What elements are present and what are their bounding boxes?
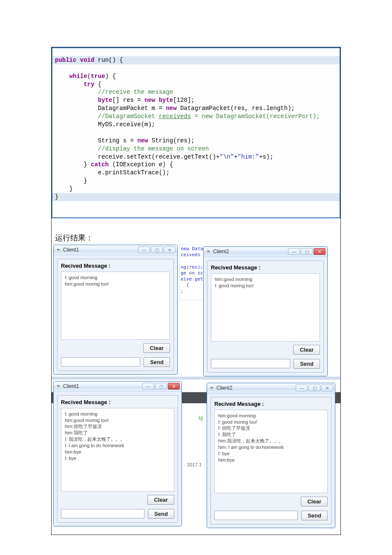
- send-input[interactable]: [61, 357, 140, 367]
- window-body: Recived Message : him:good morning I: go…: [204, 257, 327, 376]
- minimize-button[interactable]: —: [288, 248, 300, 255]
- maximize-button[interactable]: ▢: [151, 246, 163, 253]
- code-text: }: [84, 161, 91, 168]
- message-panel: Recived Message : him:good morning I: go…: [210, 397, 331, 524]
- code-text: [128];: [173, 97, 194, 104]
- code-keyword: catch: [91, 161, 109, 168]
- clear-button[interactable]: Clear: [293, 345, 320, 355]
- background-date: 2017-1: [187, 462, 202, 467]
- message-textarea[interactable]: him:good morning I: good moring too! I: …: [214, 410, 328, 493]
- window-client1-top: ☕ Client1 — ▢ ✕ Recived Message : I: goo…: [53, 245, 178, 375]
- screenshot-row-1: new Data ceiveds ng(res); ge on sc eive.…: [52, 243, 340, 375]
- window-body: Recived Message : him:good morning I: go…: [207, 393, 335, 528]
- send-input[interactable]: [211, 359, 290, 368]
- document-frame: public void run() { while(true) { try { …: [51, 47, 341, 535]
- code-text: DatagramPacket(res, res.length);: [177, 105, 295, 112]
- java-icon: ☕: [205, 249, 211, 254]
- code-text: (IOException e) {: [109, 161, 173, 168]
- java-icon: ☕: [55, 247, 61, 252]
- message-panel: Recived Message : him:good morning I: go…: [207, 260, 324, 373]
- message-textarea[interactable]: I: good morning him:good moring too! him…: [61, 408, 174, 491]
- clear-button[interactable]: Clear: [301, 497, 328, 506]
- code-text: }: [55, 194, 58, 200]
- code-string: "him:": [238, 153, 259, 160]
- window-client2-bottom: ☕ Client2 — ▢ ✕ Recived Message : him:go…: [207, 383, 335, 528]
- page: public void run() { while(true) { try { …: [0, 0, 392, 555]
- code-keyword: public void: [55, 57, 94, 64]
- message-textarea[interactable]: I: good morning him:good moring too!: [61, 272, 170, 340]
- code-text: ) {: [105, 73, 116, 80]
- panel-label: Recived Message :: [211, 264, 320, 271]
- send-button[interactable]: Send: [294, 359, 320, 369]
- window-body: Recived Message : I: good morning him:go…: [54, 255, 177, 374]
- close-button[interactable]: ✕: [314, 248, 326, 255]
- minimize-button[interactable]: —: [296, 384, 308, 391]
- code-keyword: try: [84, 81, 94, 88]
- code-keyword: new: [137, 137, 148, 144]
- code-keyword: new: [166, 105, 176, 112]
- code-comment: receiveds: [159, 113, 191, 120]
- code-text: {: [94, 81, 101, 88]
- clear-button[interactable]: Clear: [147, 495, 174, 505]
- window-title: Client1: [63, 247, 137, 253]
- message-textarea[interactable]: him:good morning I: good moring too!: [211, 273, 320, 341]
- window-title: Client1: [63, 383, 141, 389]
- code-text: }: [84, 177, 87, 184]
- panel-label: Recived Message :: [61, 399, 174, 405]
- send-input[interactable]: [61, 509, 144, 518]
- code-string: "\n": [219, 153, 234, 160]
- maximize-button[interactable]: ▢: [308, 384, 320, 391]
- code-comment: //receive the message: [98, 89, 173, 95]
- window-title: Client2: [216, 385, 295, 391]
- code-keyword: true: [91, 73, 105, 80]
- section-label: 运行结果：: [55, 233, 340, 243]
- code-text: [] res =: [112, 97, 144, 104]
- titlebar[interactable]: ☕ Client1 — ▢ ✕: [54, 245, 177, 255]
- code-keyword: byte: [98, 97, 112, 104]
- code-comment: //display the message on screen: [98, 145, 209, 152]
- code-text: receive.setText(receive.getText()+: [98, 153, 220, 160]
- code-text: String(res);: [148, 137, 194, 144]
- panel-label: Recived Message :: [61, 263, 170, 269]
- code-text: +s);: [259, 153, 274, 160]
- code-text: +: [234, 153, 237, 160]
- minimize-button[interactable]: —: [142, 383, 154, 390]
- clear-button[interactable]: Clear: [143, 343, 170, 353]
- code-text: (: [87, 73, 91, 80]
- message-panel: Recived Message : I: good morning him:go…: [57, 259, 174, 371]
- code-block: public void run() { while(true) { try { …: [52, 47, 340, 218]
- close-button[interactable]: ✕: [321, 384, 333, 391]
- titlebar[interactable]: ☕ Client2 — ▢ ✕: [204, 247, 327, 257]
- java-icon: ☕: [55, 384, 61, 389]
- send-button[interactable]: Send: [148, 509, 174, 519]
- titlebar[interactable]: ☕ Client1 — ▢ ✕: [54, 382, 182, 392]
- panel-label: Recived Message :: [214, 401, 328, 407]
- code-text: }: [69, 185, 73, 192]
- close-button[interactable]: ✕: [164, 246, 176, 253]
- maximize-button[interactable]: ▢: [155, 383, 167, 390]
- code-text: String s =: [98, 137, 137, 144]
- window-client2-top: ☕ Client2 — ▢ ✕ Recived Message : him:go…: [203, 246, 328, 376]
- window-client1-bottom: ☕ Client1 — ▢ ✕ Recived Message : I: goo…: [53, 381, 182, 526]
- window-title: Client2: [213, 249, 287, 254]
- code-text: e.printStackTrace();: [98, 169, 170, 176]
- background-code-strip: new Data ceiveds ng(res); ge on sc eive.…: [179, 245, 204, 300]
- screenshot-row-2: 结 2017-1 ☕ Client1 — ▢ ✕ Recived Message…: [52, 377, 340, 517]
- code-text: MyDS.receive(m);: [98, 121, 155, 128]
- titlebar[interactable]: ☕ Client2 — ▢ ✕: [207, 383, 335, 393]
- send-input[interactable]: [214, 511, 298, 520]
- close-button[interactable]: ✕: [168, 383, 180, 390]
- code-text: DatagramPacket m =: [98, 105, 166, 112]
- message-panel: Recived Message : I: good morning him:go…: [57, 395, 178, 523]
- code-comment: //DatagramSocket: [98, 113, 159, 120]
- send-button[interactable]: Send: [301, 511, 328, 520]
- maximize-button[interactable]: ▢: [301, 248, 313, 255]
- code-comment: = new DatagramSocket(receiverPort);: [191, 113, 320, 120]
- window-body: Recived Message : I: good morning him:go…: [54, 392, 182, 526]
- code-text: run() {: [94, 57, 123, 64]
- code-keyword: while: [69, 73, 87, 80]
- java-icon: ☕: [209, 385, 215, 390]
- background-bar: [52, 377, 340, 379]
- send-button[interactable]: Send: [144, 357, 170, 367]
- minimize-button[interactable]: —: [138, 246, 150, 253]
